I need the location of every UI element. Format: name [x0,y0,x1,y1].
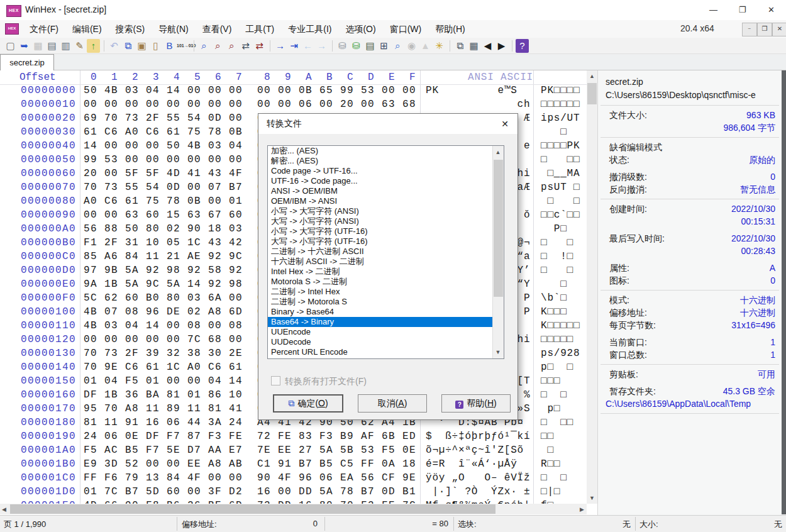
tools-icon[interactable]: ✳ [433,39,446,53]
ok-button[interactable]: ⧉确定(O) [273,394,343,413]
paste-into-icon[interactable]: ▣ [135,39,148,53]
scrollbar-thumb[interactable] [10,504,495,514]
menu-item-9[interactable]: 帮助(H) [428,20,472,38]
hex-row[interactable]: 000001C0FF F6 79 13 84 4F 00 0090 4F 96 … [0,472,587,486]
minimize-button[interactable]: — [699,0,728,20]
list-item[interactable]: 二进制 -> 十六进制 ASCII [268,247,504,257]
list-scroll-down-icon[interactable]: ▼ [493,349,503,355]
menu-item-5[interactable]: 工具(T) [238,20,281,38]
gallery-icon[interactable]: ▲ [419,39,432,53]
menu-item-8[interactable]: 窗口(W) [383,20,429,38]
mdi-close-button[interactable]: ✕ [772,23,786,36]
scroll-up-icon[interactable]: ▲ [587,73,597,79]
list-item[interactable]: 小写 -> 大写字符 (UTF-16) [268,226,504,236]
scroll-down-icon[interactable]: ▼ [587,495,597,501]
menu-item-4[interactable]: 查看(V) [196,20,239,38]
save-icon[interactable]: ▦ [31,39,45,53]
folder-up-icon[interactable]: ↑ [87,39,100,53]
goto-page-icon[interactable]: ⇥ [287,39,301,53]
vertical-scrollbar[interactable]: ▲ ▼ [587,70,597,504]
print-icon[interactable]: ▥ [59,39,72,53]
list-item[interactable]: OEM/IBM -> ANSI [268,196,504,206]
sync-windows-icon[interactable]: ⧉ [453,39,467,53]
paste-icon[interactable]: ▯ [149,39,162,53]
list-item[interactable]: 解密... (AES) [268,156,504,166]
text-cell: PK e™S [426,85,530,96]
hex-row[interactable]: 0000001000 00 00 00 00 00 00 0000 00 06 … [0,99,587,113]
hex-row[interactable]: 0000019024 06 0E DF F7 87 F3 FE72 FE 83 … [0,431,587,445]
list-item[interactable]: Intel Hex -> 二进制 [268,267,504,277]
magnifier-icon[interactable]: ⌕ [391,39,404,53]
offset-cell: 000001D0 [21,486,76,497]
menu-item-7[interactable]: 选项(O) [338,20,382,38]
ram-icon[interactable]: ▤ [363,39,377,53]
list-item[interactable]: Code page -> UTF-16... [268,166,504,176]
binary-convert-icon[interactable]: 101→010 [177,39,190,53]
cancel-button[interactable]: 取消(A) [358,394,427,413]
menu-item-0[interactable]: 文件(F) [23,20,65,38]
list-item[interactable]: 小写 -> 大写字符 (ANSI) [268,206,504,216]
mdi-restore-button[interactable]: ❐ [757,23,772,36]
menu-item-2[interactable]: 搜索(S) [109,20,152,38]
new-file-icon[interactable]: ▢ [4,39,17,53]
position-manager-icon[interactable]: ▦ [467,39,480,53]
find-hex-icon[interactable]: ⌕ [225,39,238,53]
undo-icon[interactable]: ↶ [108,39,121,53]
open-disk-icon[interactable]: ⛁ [336,39,349,53]
menu-item-1[interactable]: 编辑(E) [65,20,109,38]
disk-snapshot-icon[interactable]: ⛁ [350,39,363,53]
list-item[interactable]: 大写 -> 小写字符 (ANSI) [268,216,504,226]
hex-row[interactable]: 0000000050 4B 03 04 14 00 00 0000 00 0B … [0,85,587,99]
forward-icon[interactable]: → [315,39,328,53]
print-preview-icon[interactable]: ▤ [45,39,58,53]
list-item[interactable]: Base64 -> Binary [268,317,504,327]
list-scrollbar[interactable]: ▲ ▼ [492,146,504,358]
goto-offset-icon[interactable]: → [274,39,287,53]
list-item[interactable]: 加密... (AES) [268,146,504,156]
scroll-left-icon[interactable]: ◀ [2,506,6,513]
list-item[interactable]: 十六进制 ASCII -> 二进制 [268,257,504,267]
list-item[interactable]: 大写 -> 小写字符 (UTF-16) [268,236,504,247]
dialog-close-icon[interactable]: ✕ [492,114,518,134]
list-item[interactable]: ANSI -> OEM/IBM [268,186,504,196]
list-item[interactable]: Binary -> Base64 [268,307,504,317]
list-item[interactable]: UUEncode [268,327,504,337]
help-icon[interactable]: ? [516,39,529,53]
next-window-icon[interactable]: ▶ [495,39,508,53]
hex-row[interactable]: 000001A0F5 AC B5 F7 5E D7 AA E77E EE 27 … [0,445,587,458]
close-button[interactable]: ✕ [757,0,785,20]
menu-item-3[interactable]: 导航(N) [152,20,195,38]
list-item[interactable]: UTF-16 -> Code page... [268,176,504,186]
replace-hex-icon[interactable]: ⇄ [253,39,266,53]
horizontal-scrollbar[interactable]: ◀ ▶ [0,504,587,514]
open-file-icon[interactable]: ➥ [18,39,31,53]
find-icon[interactable]: ⌕ [197,39,211,53]
hex-row[interactable]: 000001B0E9 3D 52 00 00 EE A8 ABC1 91 B7 … [0,458,587,472]
list-item[interactable]: Motorola S -> 二进制 [268,277,504,287]
copy-block-icon[interactable]: B [163,39,176,53]
list-scrollbar-thumb[interactable] [494,160,503,297]
copy-icon[interactable]: ⧉ [121,39,135,53]
list-item[interactable]: Percent URL Encode [268,347,504,357]
find-next-icon[interactable]: ⌕ [211,39,224,53]
maximize-button[interactable]: ❐ [728,0,756,20]
calculator-icon[interactable]: ⊞ [377,39,390,53]
menu-item-6[interactable]: 专业工具(I) [281,20,338,38]
hex-cell: 20 00 5F 5F 4D 41 43 4F [84,168,243,179]
tab-secret-zip[interactable]: secret.zip [0,54,54,70]
prev-window-icon[interactable]: ◀ [481,39,494,53]
scroll-right-icon[interactable]: ▶ [580,506,584,513]
properties-icon[interactable]: ✎ [73,39,86,53]
back-icon[interactable]: ← [301,39,314,53]
conversion-list[interactable]: 加密... (AES)解密... (AES)Code page -> UTF-1… [267,145,504,359]
list-item[interactable]: 二进制 -> Intel Hex [268,287,504,297]
scrollbar-thumb[interactable] [587,83,597,104]
mdi-minimize-button[interactable]: ﹣ [742,23,757,36]
list-item[interactable]: UUDecode [268,337,504,347]
camera-icon[interactable]: ◉ [405,39,418,53]
help-button[interactable]: ?帮助(H) [441,394,511,413]
replace-icon[interactable]: ⇄ [239,39,252,53]
hex-row[interactable]: 000001D001 7C B7 5D 60 00 3F D216 00 DD … [0,486,587,500]
list-scroll-up-icon[interactable]: ▲ [493,149,503,155]
list-item[interactable]: 二进制 -> Motorola S [268,297,504,307]
